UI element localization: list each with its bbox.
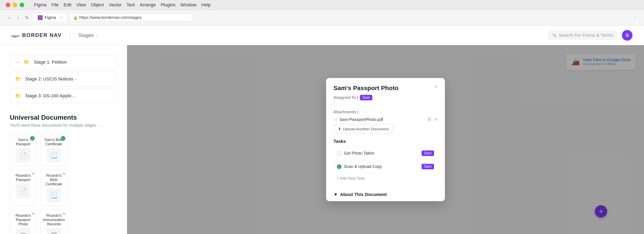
stage-1-arrow-icon: → xyxy=(15,60,20,65)
doc-cards-grid: ✓ Sam's Passport 📄 ✓ Sam's Birth Certifi… xyxy=(10,134,117,234)
doc-card-sams-passport-thumb: 📄 xyxy=(16,148,30,162)
figma-tab[interactable]: Figma × xyxy=(34,14,66,22)
attachments-label: Attachments | xyxy=(334,110,438,114)
maximize-traffic-light[interactable] xyxy=(20,3,24,7)
search-placeholder: Search For Forms & Terms xyxy=(559,33,613,38)
breadcrumb-separator: › xyxy=(96,32,98,38)
doc-card-ricardos-immunization[interactable]: ⚙ Ricardo's Immunization Records 📋 xyxy=(40,210,67,234)
task-2-label: Scan & Upload Copy xyxy=(344,164,419,169)
about-text: Your photo is a vital part of your visa … xyxy=(334,200,438,201)
doc-card-ricardos-photo-filter-icon: ⚙ xyxy=(32,212,34,216)
about-chevron-icon: ▼ xyxy=(334,192,338,197)
address-bar[interactable]: 🔒 https://www.bordernav.com/stages xyxy=(70,13,192,22)
reload-button[interactable]: ↻ xyxy=(24,14,30,21)
back-button[interactable]: ‹ xyxy=(6,14,12,21)
attachment-filename: Sam-PassportPhoto.pdf xyxy=(340,117,425,122)
stage-item-3[interactable]: 📁 Stage 3: DS-160 Applic... xyxy=(10,89,117,103)
forward-button[interactable]: › xyxy=(15,14,21,21)
about-label: About This Document xyxy=(340,192,387,197)
menu-text[interactable]: Text xyxy=(126,2,135,8)
stage-2-folder-icon: 📁 xyxy=(15,76,21,82)
task-1-assignee-badge: Sam xyxy=(422,151,434,156)
breadcrumb: Stages › xyxy=(78,32,98,38)
modal-close-button[interactable]: × xyxy=(432,83,440,90)
doc-card-ricardos-birth-filter-icon: ⚙ xyxy=(62,172,65,176)
stage-list: → 📁 Stage 1: Petition 📁 Stage 2: USCIS N… xyxy=(10,55,117,105)
tasks-label: Tasks xyxy=(334,139,438,144)
doc-card-filter-icon: ⚙ xyxy=(32,172,34,176)
doc-card-ricardos-passport-photo-label: Ricardo's Passport Photo xyxy=(13,213,33,226)
doc-card-ricardos-immun-filter-icon: ⚙ xyxy=(62,212,65,216)
doc-card-check-icon: ✓ xyxy=(30,136,34,141)
menu-arrange[interactable]: Arrange xyxy=(140,2,156,8)
stage-2-label: Stage 2: USCIS Notices - xyxy=(25,76,76,82)
stage-1-folder-icon: 📁 xyxy=(24,59,30,65)
doc-card-sams-passport[interactable]: ✓ Sam's Passport 📄 xyxy=(10,134,36,166)
upload-another-document-button[interactable]: ⬆ Upload Another Document xyxy=(334,124,393,134)
upload-icon: ⬆ xyxy=(338,127,341,131)
menu-vector[interactable]: Vector xyxy=(109,2,122,8)
task-item-1: Get Photo Taken Sam xyxy=(334,147,438,159)
attachment-delete-button[interactable]: 🗑 xyxy=(427,117,432,122)
modal-overlay[interactable]: Sam's Passport Photo × Assigned To | Sam… xyxy=(127,45,644,234)
doc-card-sams-birth-cert[interactable]: ✓ Sam's Birth Certificate 📃 xyxy=(40,134,67,166)
task-item-2: ✓ Scan & Upload Copy Sam xyxy=(334,161,438,172)
search-bar[interactable]: 🔍 Search For Forms & Terms xyxy=(548,31,617,40)
menu-window[interactable]: Window xyxy=(180,2,196,8)
figma-tab-close-button[interactable]: × xyxy=(60,15,62,20)
menu-file[interactable]: File xyxy=(52,2,58,8)
assigned-to-badge: Sam xyxy=(360,95,372,100)
ricardos-photo-thumb-icon: 🖼 xyxy=(20,232,26,234)
brand-name: BORDER NAV xyxy=(22,32,62,38)
modal-title: Sam's Passport Photo xyxy=(334,85,438,91)
mac-chrome: Figma File Edit View Object Vector Text … xyxy=(0,0,644,26)
universal-docs-subtitle: You'll need these documents for multiple… xyxy=(10,123,117,128)
user-avatar[interactable]: S xyxy=(622,30,632,41)
brand-logo-icon: BORDER NAV xyxy=(12,32,20,38)
passport-thumb-icon: 📄 xyxy=(20,152,27,159)
stage-3-label: Stage 3: DS-160 Applic... xyxy=(25,93,76,98)
doc-card-ricardos-birth-cert[interactable]: ⚙ Ricardo's Birth Certificate 📃 xyxy=(40,170,67,206)
figma-tab-label: Figma xyxy=(45,15,56,20)
stage-item-1[interactable]: → 📁 Stage 1: Petition xyxy=(10,55,117,69)
doc-card-ricardos-passport[interactable]: ⚙ Ricardo's Passport 📄 xyxy=(10,170,36,206)
close-traffic-light[interactable] xyxy=(6,3,10,7)
main-layout: → 📁 Stage 1: Petition 📁 Stage 2: USCIS N… xyxy=(0,45,644,234)
menu-view[interactable]: View xyxy=(76,2,86,8)
task-1-label: Get Photo Taken xyxy=(344,151,419,156)
menu-plugins[interactable]: Plugins xyxy=(160,2,175,8)
attachments-section: Attachments | 📄 Sam-PassportPhoto.pdf 🗑 … xyxy=(334,110,438,134)
modal-assigned: Assigned To | Sam xyxy=(334,95,438,100)
task-1-check-empty xyxy=(337,151,342,156)
task-2-assignee-badge: Sam xyxy=(422,164,434,169)
upload-btn-label: Upload Another Document xyxy=(343,127,388,131)
mac-menu-items: Figma File Edit View Object Vector Text … xyxy=(34,2,210,8)
universal-docs-title: Universal Documents xyxy=(10,114,117,121)
breadcrumb-stages[interactable]: Stages xyxy=(78,32,94,38)
header-divider xyxy=(70,31,70,39)
stage-1-label: Stage 1: Petition xyxy=(34,60,67,65)
mac-menubar: Figma File Edit View Object Vector Text … xyxy=(0,0,644,10)
lock-icon: 🔒 xyxy=(73,15,78,20)
about-header[interactable]: ▼ About This Document xyxy=(334,192,438,197)
address-text: https://www.bordernav.com/stages xyxy=(79,15,142,20)
doc-card-ricardos-birth-cert-label: Ricardo's Birth Certificate xyxy=(44,173,64,186)
minimize-traffic-light[interactable] xyxy=(13,3,17,7)
menu-edit[interactable]: Edit xyxy=(64,2,72,8)
ricardos-immun-thumb-icon: 📋 xyxy=(50,232,58,234)
add-task-label: + Add New Task xyxy=(337,176,364,181)
more-button[interactable]: ⋯ xyxy=(631,14,638,21)
doc-card-ricardos-passport-photo[interactable]: ⚙ Ricardo's Passport Photo 🖼 xyxy=(10,210,36,234)
doc-card-ricardos-passport-label: Ricardo's Passport xyxy=(13,173,33,182)
menu-figma[interactable]: Figma xyxy=(34,2,46,8)
modal: Sam's Passport Photo × Assigned To | Sam… xyxy=(326,78,445,201)
add-task-button[interactable]: + Add New Task xyxy=(334,174,368,183)
universal-docs-section: Universal Documents You'll need these do… xyxy=(10,114,117,234)
modal-header: Sam's Passport Photo × Assigned To | Sam xyxy=(326,78,445,105)
menu-object[interactable]: Object xyxy=(91,2,104,8)
stage-item-2[interactable]: 📁 Stage 2: USCIS Notices - xyxy=(10,72,117,86)
menu-help[interactable]: Help xyxy=(201,2,210,8)
doc-card-ricardos-immun-thumb: 📋 xyxy=(47,228,61,234)
left-panel: → 📁 Stage 1: Petition 📁 Stage 2: USCIS N… xyxy=(0,45,127,234)
assigned-to-label: Assigned To | xyxy=(334,95,358,100)
